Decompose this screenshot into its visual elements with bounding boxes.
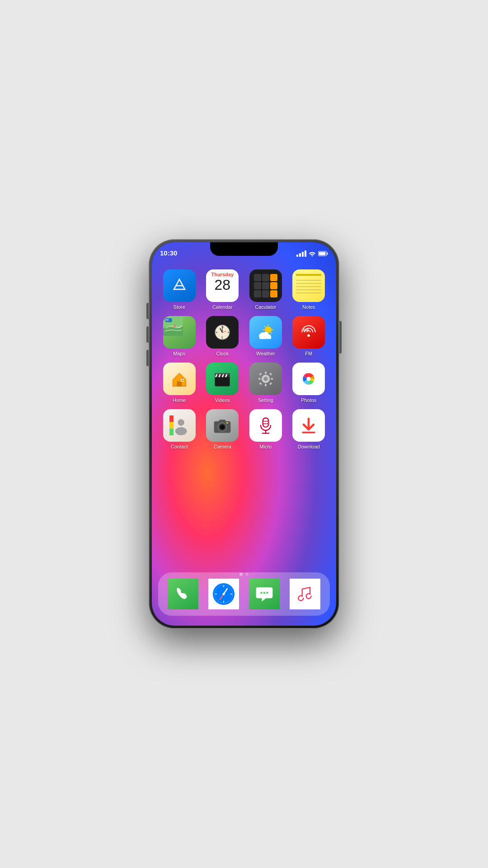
maps-label: Maps (173, 351, 185, 356)
weather-label: Weather (256, 351, 275, 356)
svg-rect-52 (258, 378, 261, 380)
dock-music[interactable] (290, 579, 320, 609)
app-micro[interactable]: Micro (246, 409, 285, 449)
phone-icon (168, 579, 198, 609)
svg-rect-56 (259, 382, 262, 385)
app-fm[interactable]: FM FM (290, 316, 328, 356)
setting-icon (249, 363, 282, 395)
notes-icon (292, 269, 325, 302)
svg-rect-65 (219, 420, 226, 423)
home-icon (163, 363, 196, 395)
svg-rect-35 (259, 336, 271, 339)
svg-rect-54 (259, 373, 262, 375)
store-icon (163, 269, 196, 302)
svg-point-76 (267, 423, 268, 425)
svg-point-86 (223, 593, 225, 595)
wifi-icon (309, 251, 316, 256)
svg-point-88 (263, 592, 266, 594)
contact-icon (163, 409, 196, 442)
signal-icon (296, 250, 306, 257)
dock (158, 572, 330, 616)
weather-icon (249, 316, 282, 349)
videos-icon (206, 363, 239, 395)
svg-rect-61 (169, 429, 174, 435)
notch (210, 242, 278, 256)
camera-icon (206, 409, 239, 442)
dock-messages[interactable] (249, 579, 280, 609)
photos-icon (292, 363, 325, 395)
app-photos[interactable]: Photos (290, 363, 328, 403)
svg-point-49 (263, 377, 267, 381)
dock-phone[interactable] (168, 579, 198, 609)
home-screen: 10:30 (152, 242, 336, 626)
app-home[interactable]: Home (160, 363, 199, 403)
app-setting[interactable]: Setting (246, 363, 285, 403)
status-time: 10:30 (160, 249, 177, 257)
svg-point-63 (175, 427, 187, 435)
svg-rect-59 (169, 415, 174, 422)
svg-point-89 (266, 592, 268, 594)
fm-icon: FM (292, 316, 325, 349)
svg-point-8 (174, 326, 175, 326)
app-notes[interactable]: Notes (290, 269, 328, 310)
svg-rect-51 (265, 384, 267, 387)
svg-point-58 (307, 377, 311, 381)
notes-label: Notes (302, 304, 315, 310)
app-store[interactable]: Store (160, 269, 199, 310)
setting-label: Setting (258, 397, 273, 403)
clock-icon: 12 6 9 3 (206, 316, 239, 349)
app-grid: Store Thursday 28 Calendar (152, 265, 336, 454)
calculator-icon (249, 269, 282, 302)
app-download[interactable]: Download (290, 409, 328, 449)
app-weather[interactable]: Weather (246, 316, 285, 356)
micro-label: Micro (259, 444, 272, 449)
app-maps[interactable]: 280 Maps (160, 316, 199, 356)
svg-rect-48 (215, 373, 230, 374)
calendar-date: 28 (214, 277, 230, 293)
svg-text:FM: FM (303, 328, 309, 332)
svg-rect-57 (269, 382, 272, 385)
app-camera[interactable]: Camera (203, 409, 242, 449)
svg-point-68 (221, 425, 224, 429)
contact-label: Contact (171, 444, 188, 449)
svg-point-75 (265, 423, 266, 425)
download-icon (292, 409, 325, 442)
svg-line-30 (271, 332, 272, 333)
svg-point-36 (308, 335, 310, 337)
svg-point-87 (260, 592, 263, 594)
status-icons (296, 250, 328, 257)
clock-label: Clock (216, 351, 229, 356)
app-calendar[interactable]: Thursday 28 Calendar (203, 269, 242, 310)
svg-text:280: 280 (165, 319, 169, 321)
svg-point-73 (267, 420, 268, 422)
app-clock[interactable]: 12 6 9 3 Clock (203, 316, 242, 356)
phone-screen-bezel: 10:30 (152, 242, 336, 626)
home-label: Home (173, 397, 186, 403)
svg-rect-70 (263, 418, 268, 427)
fm-label: FM (305, 351, 312, 356)
store-label: Store (174, 304, 185, 310)
photos-label: Photos (301, 397, 316, 403)
svg-point-74 (263, 423, 265, 425)
app-videos[interactable]: Videos (203, 363, 242, 403)
svg-rect-2 (319, 252, 326, 255)
camera-label: Camera (214, 444, 231, 449)
app-calculator[interactable]: Caculator (246, 269, 285, 310)
app-contact[interactable]: Contact (160, 409, 199, 449)
micro-icon (249, 409, 282, 442)
svg-rect-55 (269, 373, 272, 375)
battery-icon (318, 251, 328, 256)
svg-point-72 (265, 420, 266, 422)
calendar-icon: Thursday 28 (206, 269, 239, 302)
calendar-label: Calendar (212, 304, 233, 310)
maps-icon: 280 (163, 316, 196, 349)
download-label: Download (298, 444, 320, 449)
svg-rect-1 (327, 253, 328, 255)
svg-point-62 (178, 419, 184, 426)
svg-line-29 (264, 326, 265, 327)
dock-safari[interactable] (208, 579, 239, 609)
svg-rect-60 (169, 422, 174, 429)
phone-device: 10:30 (149, 240, 339, 628)
music-icon (290, 579, 320, 609)
svg-text:12: 12 (221, 326, 224, 328)
